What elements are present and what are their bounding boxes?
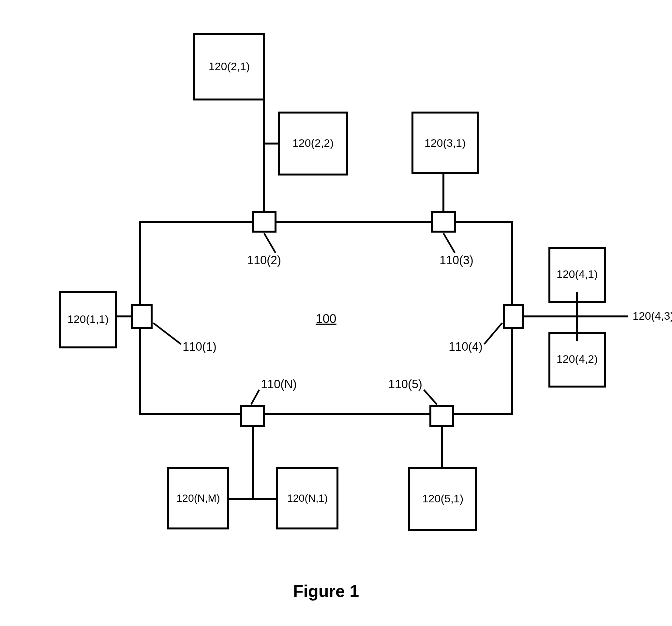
port-N (241, 406, 264, 426)
node-2-2-label: 120(2,2) (292, 137, 334, 149)
node-4-2-label: 120(4,2) (557, 353, 598, 365)
diagram-canvas: 100 110(1) 120(1,1) 110(2) 120(2,1) 120(… (0, 0, 672, 626)
port-N-leader (251, 390, 259, 404)
port-1-leader (153, 323, 181, 344)
port-3 (432, 212, 455, 232)
port-1 (132, 305, 152, 328)
port-1-label: 110(1) (183, 340, 216, 353)
central-label: 100 (316, 312, 336, 326)
port-3-label: 110(3) (439, 253, 474, 267)
port-3-leader (443, 233, 455, 253)
node-4-3-label: 120(4,3) (632, 309, 672, 322)
node-N-M-label: 120(N,M) (176, 492, 220, 504)
port-2 (253, 212, 275, 232)
node-1-1-label: 120(1,1) (68, 313, 109, 325)
port-4-leader (484, 323, 502, 344)
port-5-leader (424, 390, 437, 404)
port-2-label: 110(2) (247, 253, 281, 267)
node-5-1-label: 120(5,1) (422, 492, 464, 505)
node-4-1-label: 120(4,1) (557, 268, 598, 280)
node-N-1-label: 120(N,1) (287, 492, 328, 504)
port-4-label: 110(4) (449, 340, 483, 353)
node-2-1-label: 120(2,1) (209, 60, 250, 72)
figure-caption: Figure 1 (293, 582, 359, 601)
port-4 (504, 305, 523, 328)
node-3-1-label: 120(3,1) (425, 137, 466, 149)
port-2-leader (264, 233, 275, 253)
port-5-label: 110(5) (388, 377, 422, 391)
port-N-label: 110(N) (261, 377, 297, 391)
port-5 (430, 406, 453, 426)
